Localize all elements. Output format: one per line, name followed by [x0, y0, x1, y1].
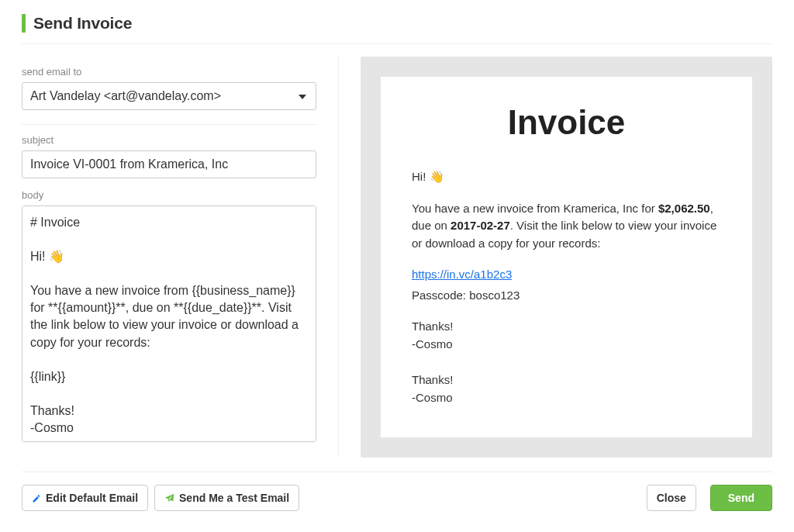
title-accent-bar — [22, 14, 26, 33]
field-divider — [22, 124, 316, 125]
send-invoice-dialog: Send Invoice send email to Art Vandelay … — [0, 0, 794, 527]
preview-heading: Invoice — [412, 103, 721, 142]
compose-form: send email to Art Vandelay <art@vandelay… — [22, 57, 316, 458]
preview-inner: Invoice Hi! 👋 You have a new invoice fro… — [381, 77, 752, 437]
preview-body: Hi! 👋 You have a new invoice from Kramer… — [412, 168, 721, 406]
subject-label: subject — [22, 134, 316, 146]
preview-main-paragraph: You have a new invoice from Kramerica, I… — [412, 200, 721, 253]
preview-greeting: Hi! 👋 — [412, 168, 721, 186]
dialog-header: Send Invoice — [22, 14, 772, 33]
close-button[interactable]: Close — [647, 485, 696, 511]
preview-passcode: Passcode: bosco123 — [412, 287, 721, 305]
pencil-icon — [32, 493, 41, 503]
edit-default-email-button[interactable]: Edit Default Email — [22, 485, 148, 511]
email-preview-panel: Invoice Hi! 👋 You have a new invoice fro… — [361, 57, 772, 458]
header-divider — [22, 43, 772, 44]
preview-signoff-line: Thanks! — [412, 320, 453, 333]
preview-amount: $2,062.50 — [658, 202, 710, 215]
vertical-divider — [338, 57, 339, 458]
preview-signoff-line: -Cosmo — [412, 391, 453, 404]
button-label: Send — [728, 492, 754, 504]
preview-card: Invoice Hi! 👋 You have a new invoice fro… — [361, 57, 772, 458]
preview-due-date: 2017-02-27 — [451, 219, 510, 232]
recipient-select-value: Art Vandelay <art@vandelay.com> — [30, 89, 221, 103]
preview-invoice-link[interactable]: https://in.vc/a1b2c3 — [412, 268, 512, 281]
body-textarea[interactable] — [22, 206, 316, 442]
button-label: Edit Default Email — [46, 492, 138, 504]
body-label: body — [22, 189, 316, 201]
send-button[interactable]: Send — [710, 485, 772, 511]
preview-signoff-line: Thanks! — [412, 373, 453, 386]
preview-text-segment: You have a new invoice from Kramerica, I… — [412, 202, 658, 215]
dialog-footer: Edit Default Email Send Me a Test Email … — [22, 472, 772, 511]
paper-plane-icon — [164, 493, 174, 503]
preview-signoff-line: -Cosmo — [412, 337, 453, 351]
dialog-title: Send Invoice — [33, 14, 132, 33]
button-label: Close — [657, 492, 686, 504]
send-test-email-button[interactable]: Send Me a Test Email — [154, 485, 299, 511]
subject-input[interactable] — [22, 150, 316, 178]
to-label: send email to — [22, 66, 316, 78]
recipient-select[interactable]: Art Vandelay <art@vandelay.com> — [22, 82, 316, 110]
button-label: Send Me a Test Email — [179, 492, 289, 504]
